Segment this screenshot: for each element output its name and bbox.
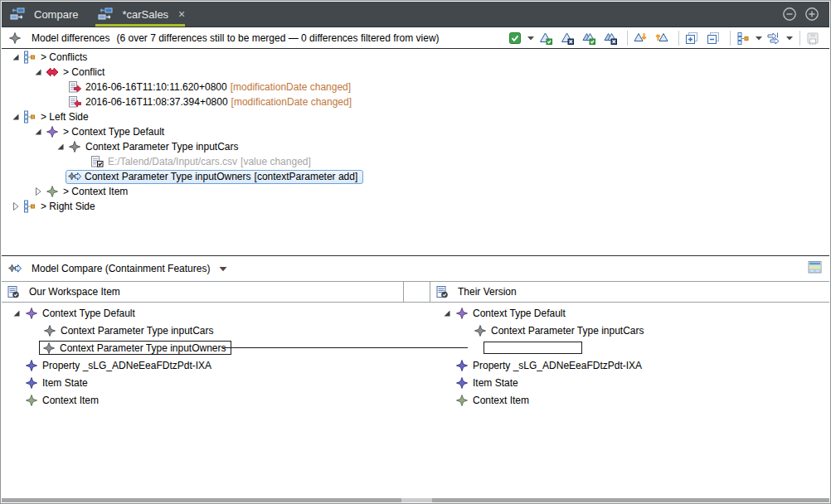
tree-row-label: Context Item: [42, 395, 99, 406]
prev-diff-icon: [655, 32, 668, 45]
diamond-green-icon: [25, 394, 38, 407]
tab-carsales[interactable]: *carSales×: [90, 2, 197, 27]
tree-row[interactable]: Item State: [430, 374, 829, 391]
expander-spacer: [457, 324, 474, 337]
group-by-icon: [736, 32, 750, 45]
tree-row[interactable]: > Context Type Default: [2, 124, 829, 139]
tree-row[interactable]: Context Type Default: [2, 304, 430, 322]
expander-expanded-icon[interactable]: [53, 140, 68, 153]
tree-row[interactable]: > Conflicts: [2, 50, 829, 65]
expander-expanded-icon[interactable]: [8, 110, 23, 124]
group-icon: [23, 110, 36, 124]
reject-change-icon: [561, 32, 574, 45]
merged-filter-toggle-button[interactable]: [508, 31, 536, 46]
tree-row-label: > Conflict: [63, 66, 104, 78]
tree-row-label: > Left Side: [41, 111, 89, 123]
minimize-icon[interactable]: [782, 7, 797, 22]
model-differences-title: Model differences: [32, 32, 110, 44]
tree-row-label: Item State: [42, 377, 88, 389]
our-workspace-item-tree: Context Type DefaultContext Parameter Ty…: [2, 304, 430, 497]
tree-row[interactable]: 2016-06-16T11:10:11.620+0800[modificatio…: [2, 80, 829, 94]
expander-expanded-icon[interactable]: [31, 125, 46, 138]
accept-all-icon: [582, 32, 595, 45]
filter-differences-button[interactable]: [766, 31, 795, 46]
model-differences-header: Model differences (6 over 7 differences …: [2, 27, 829, 49]
tree-row-label: Context Parameter Type inputCars: [491, 325, 644, 337]
next-difference-button[interactable]: [633, 31, 652, 46]
tree-row[interactable]: Context Parameter Type inputOwners[conte…: [2, 169, 829, 184]
workspace-item-icon: [435, 285, 449, 298]
expander-spacer: [75, 155, 90, 168]
expander-spacer: [8, 394, 25, 407]
tree-row[interactable]: Context Parameter Type inputCars: [430, 322, 829, 339]
expander-expanded-icon[interactable]: [439, 307, 455, 320]
maximize-icon[interactable]: [804, 7, 819, 22]
expand-all-button[interactable]: [684, 31, 703, 46]
tab-label: Compare: [34, 8, 78, 21]
horizontal-scrollbar[interactable]: [2, 498, 829, 502]
chevron-down-icon[interactable]: [218, 261, 228, 276]
expander-expanded-icon[interactable]: [8, 51, 23, 64]
save-button[interactable]: [805, 31, 824, 46]
expander-spacer: [8, 359, 25, 372]
expander-spacer: [439, 376, 455, 390]
expander-collapsed-icon[interactable]: [31, 185, 46, 198]
tree-row[interactable]: E:/Talend/Data/Input/cars.csv[value chan…: [2, 154, 829, 169]
added-element-placeholder: [484, 342, 582, 354]
tree-row[interactable]: Item State: [2, 374, 430, 391]
group-differences-button[interactable]: [736, 31, 764, 46]
diamond-gray-icon: [474, 324, 487, 337]
tree-row[interactable]: > Right Side: [2, 199, 829, 214]
tree-row[interactable]: Property _sLG_ADNeEeaFDtzPdt-IXA: [2, 356, 430, 374]
their-version-label: Their Version: [458, 286, 517, 298]
tree-row[interactable]: Context Parameter Type inputCars: [2, 139, 829, 154]
tree-row[interactable]: > Conflict: [2, 65, 829, 80]
compare-editor-window: Compare*carSales× Model differences (6 o…: [0, 0, 831, 504]
reject-all-icon: [604, 32, 617, 45]
tree-row[interactable]: 2016-06-16T11:08:37.394+0800[modificatio…: [2, 94, 829, 109]
tab-compare[interactable]: Compare: [2, 2, 90, 27]
tree-row[interactable]: Context Parameter Type inputCars: [2, 322, 430, 339]
expander-expanded-icon[interactable]: [31, 65, 46, 79]
tree-row-label: Context Parameter Type inputCars: [85, 141, 239, 153]
expander-spacer: [439, 394, 455, 407]
tree-row[interactable]: [430, 339, 829, 356]
tree-row[interactable]: > Left Side: [2, 109, 829, 124]
diamond-gray-icon: [42, 342, 56, 355]
tree-row-label: Property _sLG_ADNeEeaFDtzPdt-IXA: [473, 360, 642, 371]
diamond-green-icon: [46, 185, 59, 198]
tree-row[interactable]: Context Item: [430, 391, 829, 409]
collapse-all-button[interactable]: [706, 31, 725, 46]
tree-row-label: Context Item: [473, 395, 529, 406]
row-annotation: [value changed]: [241, 156, 311, 167]
layout-switch-icon[interactable]: [808, 260, 823, 278]
tree-row[interactable]: Property _sLG_ADNeEeaFDtzPdt-IXA: [430, 356, 829, 374]
accept-change-button[interactable]: [538, 31, 557, 46]
diamond-blue-icon: [455, 359, 469, 372]
previous-difference-button[interactable]: [654, 31, 673, 46]
reject-change-button[interactable]: [560, 31, 579, 46]
expander-spacer: [27, 324, 43, 337]
tree-row[interactable]: Context Item: [2, 391, 430, 409]
diamond-green-icon: [455, 394, 469, 407]
expander-expanded-icon[interactable]: [8, 307, 25, 320]
conflict-icon: [46, 65, 59, 79]
accept-all-changes-button[interactable]: [581, 31, 600, 46]
close-icon[interactable]: ×: [178, 8, 185, 20]
group-icon: [23, 200, 36, 213]
compare-editor-icon: [98, 7, 111, 21]
tree-row[interactable]: > Context Item: [2, 184, 829, 199]
expander-collapsed-icon[interactable]: [8, 200, 23, 213]
diamond-gray-icon: [68, 140, 81, 153]
scrollbar-thumb[interactable]: [401, 498, 432, 502]
toolbar-separator: [627, 31, 628, 46]
expander-spacer: [53, 95, 68, 109]
model-differences-summary: (6 over 7 differences still to be merged…: [117, 32, 440, 44]
tree-row[interactable]: Context Type Default: [430, 304, 829, 322]
tree-row-label: 2016-06-16T11:08:37.394+0800: [85, 96, 228, 108]
expander-spacer: [8, 376, 25, 390]
reject-all-changes-button[interactable]: [603, 31, 622, 46]
chevron-down-icon: [755, 35, 763, 41]
tree-row-label: 2016-06-16T11:10:11.620+0800: [85, 81, 227, 93]
tree-row-label: Context Parameter Type inputOwners: [60, 342, 226, 354]
